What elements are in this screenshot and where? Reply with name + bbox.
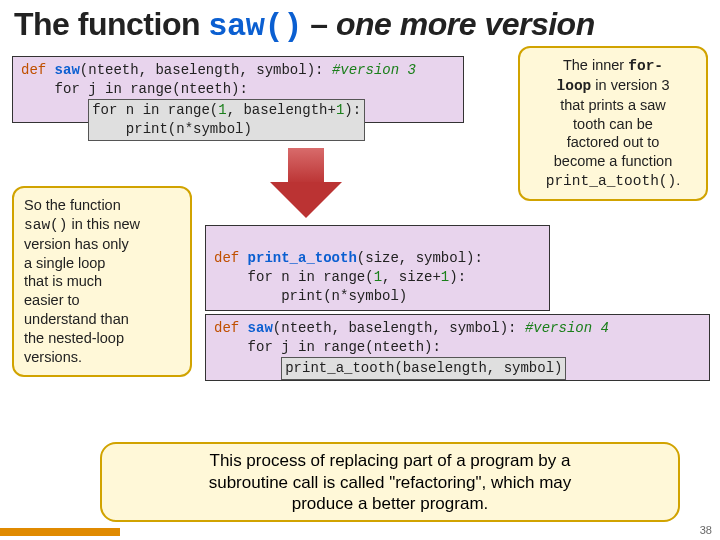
kw-def: def — [21, 62, 55, 78]
cr-7: print_a_tooth() — [546, 173, 677, 189]
pat-2a: for n in range( — [214, 269, 374, 285]
hl-e: ): — [344, 102, 361, 118]
cr-2a: loop — [557, 78, 592, 94]
cr-1: The inner — [563, 57, 628, 73]
bot-1: This process of replacing part of a prog… — [210, 451, 571, 470]
pat-2e: ): — [449, 269, 466, 285]
pat-kw: def — [214, 250, 248, 266]
v4-comment: #version 4 — [525, 320, 609, 336]
v4-kw: def — [214, 320, 248, 336]
v4-params: (nteeth, baselength, symbol): — [273, 320, 525, 336]
bot-3: produce a better program. — [292, 494, 489, 513]
cl-1: So the function — [24, 197, 121, 213]
callout-bottom: This process of replacing part of a prog… — [100, 442, 680, 522]
pat-params: (size, symbol): — [357, 250, 483, 266]
code-v4: def saw(nteeth, baselength, symbol): #ve… — [205, 314, 710, 381]
slide-title: The function saw() – one more version — [0, 0, 720, 47]
cr-3: that prints a saw — [560, 97, 666, 113]
cl-9: versions. — [24, 349, 82, 365]
cr-2b: in version 3 — [591, 77, 669, 93]
cr-7b: . — [676, 172, 680, 188]
code-highlight-call: print_a_tooth(baselength, symbol) — [281, 357, 566, 380]
cl-2b: in this new — [68, 216, 141, 232]
cr-1b: for- — [628, 58, 663, 74]
pat-2c: , size+ — [382, 269, 441, 285]
hl-f: print(n*symbol) — [92, 121, 252, 137]
cr-4: tooth can be — [573, 116, 653, 132]
cl-6: easier to — [24, 292, 80, 308]
accent-stripe — [0, 528, 120, 536]
page-number: 38 — [700, 524, 712, 536]
cl-3: version has only — [24, 236, 129, 252]
comment-v3: #version 3 — [332, 62, 416, 78]
cl-7: understand than — [24, 311, 129, 327]
hl-c: , baselength+ — [227, 102, 336, 118]
cr-6: become a function — [554, 153, 673, 169]
pat-fn: print_a_tooth — [248, 250, 357, 266]
cl-5: that is much — [24, 273, 102, 289]
code-highlight-inner: for n in range(1, baselength+1): print(n… — [88, 99, 365, 141]
cl-8: the nested-loop — [24, 330, 124, 346]
cl-2: saw() — [24, 217, 68, 233]
code-params: (nteeth, baselength, symbol): — [80, 62, 332, 78]
code-outer-for: for j in range(nteeth): — [21, 80, 455, 99]
title-dash: – — [302, 6, 336, 42]
v4-fn: saw — [248, 320, 273, 336]
hl-b: 1 — [218, 102, 226, 118]
hl-a: for n in range( — [92, 102, 218, 118]
code-print-a-tooth: def print_a_tooth(size, symbol): for n i… — [205, 225, 550, 311]
cr-5: factored out to — [567, 134, 660, 150]
bot-2: subroutine call is called "refactoring",… — [209, 473, 572, 492]
pat-2b: 1 — [374, 269, 382, 285]
fn-saw: saw — [55, 62, 80, 78]
title-pre: The function — [14, 6, 208, 42]
title-fn: saw() — [208, 8, 302, 45]
pat-2d: 1 — [441, 269, 449, 285]
v4-for: for j in range(nteeth): — [214, 338, 701, 357]
callout-right: The inner for- loop in version 3 that pr… — [518, 46, 708, 201]
cl-4: a single loop — [24, 255, 105, 271]
v4-call: print_a_tooth(baselength, symbol) — [285, 360, 562, 376]
callout-left: So the function saw() in this new versio… — [12, 186, 192, 377]
pat-3: print(n*symbol) — [214, 288, 407, 304]
code-v3: def saw(nteeth, baselength, symbol): #ve… — [12, 56, 464, 123]
title-italic: one more version — [336, 6, 595, 42]
